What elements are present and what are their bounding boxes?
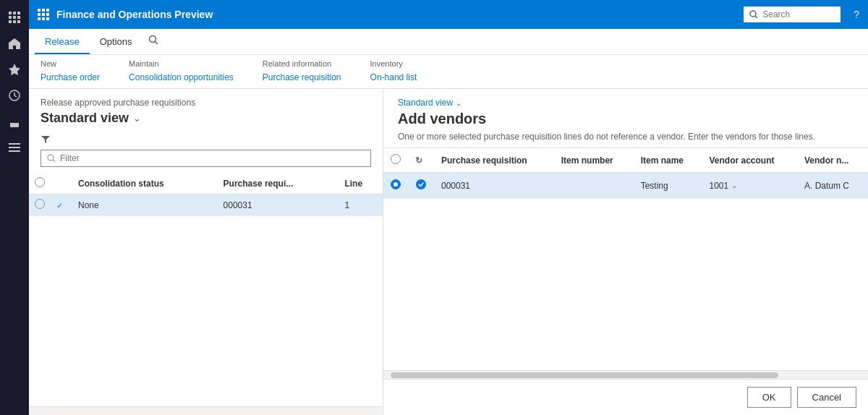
right-panel-title: Add vendors [398,111,854,127]
blue-check-icon [415,179,427,190]
svg-rect-17 [46,9,49,12]
left-td-line: 1 [339,194,383,216]
right-header-radio[interactable] [391,154,401,164]
left-td-radio[interactable] [29,194,51,216]
right-standard-view[interactable]: Standard view ⌄ [398,98,854,108]
right-table-row[interactable]: 000031 Testing 1001 ⌄ A. Datum C [383,173,868,199]
svg-rect-12 [9,143,20,145]
header-search-input[interactable] [762,9,835,20]
right-panel-subtitle: One or more selected purchase requisitio… [398,132,854,142]
ribbon-group-new-label: New [41,59,100,68]
svg-line-29 [53,160,55,162]
help-icon[interactable]: ? [854,9,859,20]
ok-button[interactable]: OK [747,387,791,408]
right-panel-header: Standard view ⌄ Add vendors One or more … [383,89,868,148]
svg-line-25 [755,16,757,18]
vendor-account-dropdown[interactable]: 1001 ⌄ [710,181,790,191]
svg-rect-16 [42,9,45,12]
vendor-dropdown-arrow: ⌄ [731,181,737,189]
refresh-icon[interactable]: ↻ [415,155,422,166]
svg-point-26 [149,36,156,43]
header-radio[interactable] [35,177,45,187]
left-td-consolidation: None [72,194,218,216]
left-th-select [29,173,51,194]
scroll-thumb[interactable] [391,372,778,378]
right-table-area: ↻ Purchase requisition Item number Item … [383,148,868,370]
right-td-check [408,173,434,199]
ribbon-search-icon[interactable] [142,29,164,54]
right-th-item-name[interactable]: Item name [634,148,702,173]
sidebar-bookmark-icon[interactable] [3,110,26,133]
right-th-vendor-name[interactable]: Vendor n... [797,148,868,173]
right-td-item-name: Testing [634,173,702,199]
right-th-vendor-account[interactable]: Vendor account [702,148,797,173]
left-panel-title-chevron[interactable]: ⌄ [133,113,141,124]
svg-rect-3 [9,16,12,19]
right-td-vendor-account: 1001 ⌄ [702,173,797,199]
svg-rect-14 [9,150,20,152]
chevron-down-icon: ⌄ [456,99,461,107]
ribbon-cmd-onhand[interactable]: On-hand list [370,71,417,84]
svg-point-30 [416,179,426,189]
sidebar-history-icon[interactable] [3,84,26,107]
ribbon-group-maintain: Maintain Consolidation opportunities [129,59,234,84]
right-th-item-number[interactable]: Item number [554,148,634,173]
header-apps-icon[interactable] [38,9,49,20]
left-th-consolidation[interactable]: Consolidation status [72,173,218,194]
cancel-button[interactable]: Cancel [797,387,856,408]
ribbon-group-inventory: Inventory On-hand list [370,59,417,84]
header-bar: Finance and Operations Preview ? [29,0,868,29]
sidebar-star-icon[interactable] [3,58,26,81]
left-horizontal-scroll[interactable] [29,406,383,415]
tab-options[interactable]: Options [90,29,142,54]
left-table-header: Consolidation status Purchase requi... L… [29,173,383,194]
svg-rect-6 [9,20,12,23]
left-data-table: Consolidation status Purchase requi... L… [29,173,383,406]
left-td-purchase: 000031 [218,194,339,216]
sidebar [0,0,29,415]
svg-line-27 [155,42,158,45]
right-table-header: ↻ Purchase requisition Item number Item … [383,148,868,173]
filter-funnel-icon[interactable] [41,134,51,147]
ribbon-group-maintain-label: Maintain [129,59,234,68]
sidebar-apps-icon[interactable] [3,6,26,29]
ribbon-group-related: Related information Purchase requisition [263,59,341,84]
ribbon-cmd-purchase-order[interactable]: Purchase order [41,71,100,84]
sidebar-home-icon[interactable] [3,32,26,55]
ribbon-group-related-label: Related information [263,59,341,68]
svg-rect-4 [13,16,16,19]
right-th-purchase-req[interactable]: Purchase requisition [434,148,554,173]
page-content: Release approved purchase requisitions S… [29,89,868,415]
sidebar-list-icon[interactable] [3,136,26,159]
right-th-refresh: ↻ [408,148,434,173]
left-panel-title: Standard view [41,111,129,126]
right-td-radio[interactable] [383,173,408,199]
filter-input[interactable] [60,153,365,163]
right-row-radio[interactable] [391,179,401,189]
ribbon-tabs: Release Options [29,29,868,55]
left-th-line[interactable]: Line [339,173,383,194]
right-panel: Standard view ⌄ Add vendors One or more … [383,89,868,415]
main-area: Finance and Operations Preview ? Release… [29,0,868,415]
left-panel-header: Release approved purchase requisitions S… [29,89,383,134]
table-row[interactable]: ✓ None 000031 1 [29,194,383,216]
tab-release[interactable]: Release [35,29,90,54]
left-th-status-icon [51,173,72,194]
right-horizontal-scroll[interactable] [383,370,868,379]
check-icon: ✓ [56,201,63,210]
svg-rect-11 [10,116,19,123]
ribbon-cmd-consolidation[interactable]: Consolidation opportunities [129,71,234,84]
svg-rect-5 [17,16,20,19]
right-th-select [383,148,408,173]
left-panel-subtitle: Release approved purchase requisitions [41,98,371,108]
row-radio[interactable] [35,199,45,209]
svg-rect-23 [46,17,49,20]
app-title: Finance and Operations Preview [56,9,736,20]
filter-bar[interactable] [41,150,371,167]
svg-rect-8 [17,20,20,23]
ribbon-cmd-purchase-req[interactable]: Purchase requisition [263,71,341,84]
footer-buttons: OK Cancel [383,379,868,415]
ribbon-group-new: New Purchase order [41,59,100,84]
svg-rect-1 [13,12,16,14]
left-th-purchase[interactable]: Purchase requi... [218,173,339,194]
